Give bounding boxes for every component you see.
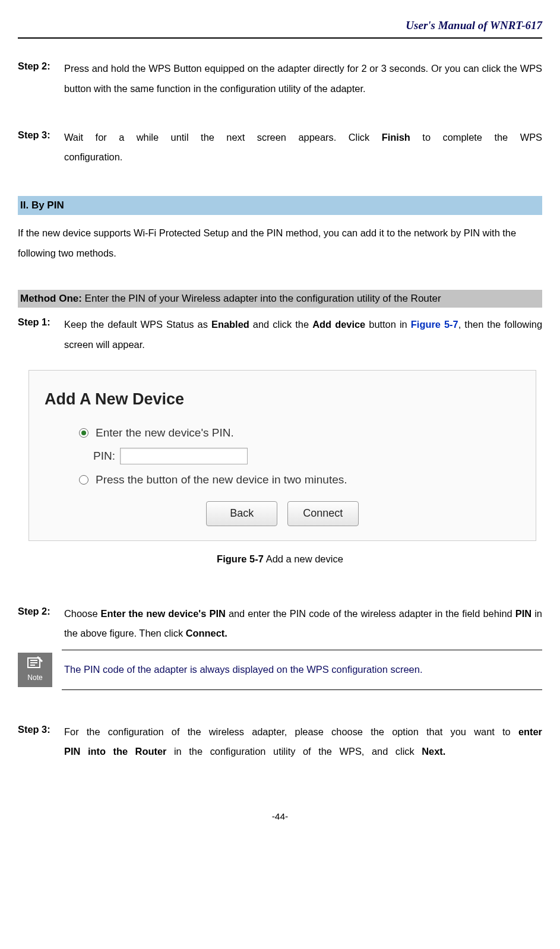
step-label: Step 2: xyxy=(18,604,64,644)
step-b-2: Step 2: Choose Enter the new device's PI… xyxy=(18,604,542,644)
step-text: Press and hold the WPS Button equipped o… xyxy=(64,59,542,99)
b: Add device xyxy=(312,319,365,330)
figure-title: Add A New Device xyxy=(45,387,520,412)
t: and enter the PIN code of the wireless a… xyxy=(226,608,515,619)
step-text: For the configuration of the wireless ad… xyxy=(64,722,542,762)
note-icon xyxy=(27,656,43,672)
b: Enter the new device's PIN xyxy=(101,608,226,619)
t: in the configuration utility of the WPS,… xyxy=(166,746,422,757)
figure-caption: Figure 5-7 Add a new device xyxy=(18,552,542,567)
step-text: Choose Enter the new device's PIN and en… xyxy=(64,604,542,644)
pin-input[interactable] xyxy=(120,448,248,464)
radio-label: Enter the new device's PIN. xyxy=(96,424,234,441)
pin-label: PIN: xyxy=(93,447,115,464)
figure-button-row: Back Connect xyxy=(45,501,520,526)
method-rest: Enter the PIN of your Wireless adapter i… xyxy=(82,293,441,304)
radio-selected-icon[interactable] xyxy=(79,428,88,438)
note-text: The PIN code of the adapter is always di… xyxy=(62,650,542,690)
t: Keep the default WPS Status as xyxy=(64,319,211,330)
method-label: Method One: xyxy=(20,293,82,304)
b: Connect. xyxy=(186,628,227,638)
b: Enabled xyxy=(211,319,249,330)
figure-link[interactable]: Figure 5-7 xyxy=(411,319,458,330)
doc-header: User's Manual of WNRT-617 xyxy=(18,17,542,39)
t: button in xyxy=(365,319,411,330)
step-b-3: Step 3: For the configuration of the wir… xyxy=(18,722,542,762)
step-label: Step 1: xyxy=(18,315,64,355)
step-a-3: Step 3: Wait for a while until the next … xyxy=(18,128,542,167)
t: and click the xyxy=(249,319,312,330)
step-label: Step 2: xyxy=(18,59,64,99)
caption-rest: Add a new device xyxy=(264,553,343,564)
step-a-2: Step 2: Press and hold the WPS Button eq… xyxy=(18,59,542,99)
doc-title: User's Manual of WNRT-617 xyxy=(406,19,542,31)
radio-label: Press the button of the new device in tw… xyxy=(96,471,347,488)
b: Next. xyxy=(422,746,445,757)
b: PIN xyxy=(515,608,531,619)
method1-step1: Step 1: Keep the default WPS Status as E… xyxy=(18,315,542,355)
text-bold: Finish xyxy=(382,132,410,143)
page-number: -44- xyxy=(18,809,542,824)
note-badge: Note xyxy=(18,653,52,687)
radio-unselected-icon[interactable] xyxy=(79,475,88,485)
radio-row-press-button[interactable]: Press the button of the new device in tw… xyxy=(79,471,520,488)
t: Choose xyxy=(64,608,101,619)
figure-panel: Add A New Device Enter the new device's … xyxy=(29,370,536,541)
step-text: Wait for a while until the next screen a… xyxy=(64,128,542,167)
note-block: Note The PIN code of the adapter is alwa… xyxy=(18,650,542,690)
caption-bold: Figure 5-7 xyxy=(217,553,264,564)
text-pre: Wait for a while until the next screen a… xyxy=(64,132,382,143)
section-intro: If the new device supports Wi-Fi Protect… xyxy=(18,223,542,263)
step-label: Step 3: xyxy=(18,128,64,167)
t: For the configuration of the wireless ad… xyxy=(64,726,518,737)
note-label: Note xyxy=(27,672,42,684)
step-label: Step 3: xyxy=(18,722,64,762)
connect-button[interactable]: Connect xyxy=(287,501,359,526)
step-text: Keep the default WPS Status as Enabled a… xyxy=(64,315,542,355)
pin-row: PIN: xyxy=(93,447,520,464)
radio-row-enter-pin[interactable]: Enter the new device's PIN. xyxy=(79,424,520,441)
figure-5-7: Add A New Device Enter the new device's … xyxy=(18,370,542,541)
section-heading-by-pin: II. By PIN xyxy=(18,196,542,215)
back-button[interactable]: Back xyxy=(206,501,277,526)
method-one-heading: Method One: Enter the PIN of your Wirele… xyxy=(18,290,542,308)
